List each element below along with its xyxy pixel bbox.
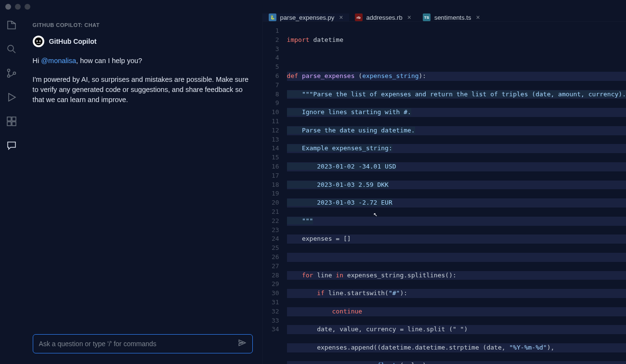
svg-point-10 [39,40,40,42]
line-number: 1 [263,26,279,36]
window-minimize-button[interactable] [15,4,21,10]
python-file-icon: 🐍 [269,13,276,21]
line-number: 24 [263,234,279,244]
line-number: 12 [263,126,279,135]
run-debug-icon[interactable] [6,91,17,103]
ruby-file-icon: rb [355,13,363,21]
svg-point-0 [8,45,13,51]
copilot-header: GitHub Copilot [33,36,253,47]
line-number: 6 [263,72,279,81]
line-number: 15 [263,153,279,162]
code-content[interactable]: import datetime def parse_expenses (expe… [287,26,626,364]
send-button[interactable] [238,338,247,349]
line-number: 18 [263,181,279,190]
chat-scroll: GitHub Copilot Hi @monalisa, how can I h… [23,34,262,328]
svg-rect-7 [12,122,16,126]
copilot-avatar-icon [33,36,44,47]
line-number: 32 [263,307,279,316]
line-number: 33 [263,316,279,325]
close-icon[interactable]: × [339,13,343,21]
line-number: 9 [263,99,279,108]
chat-icon[interactable] [6,140,17,151]
close-icon[interactable]: × [407,13,411,21]
svg-point-2 [7,75,10,78]
tab-parse-expenses[interactable]: 🐍 parse_expenses.py × [263,13,349,21]
titlebar [0,0,626,13]
window-zoom-button[interactable] [25,4,30,10]
source-control-icon[interactable] [6,67,17,79]
chat-input[interactable] [33,334,253,353]
line-number: 19 [263,189,279,198]
line-number: 26 [263,253,279,262]
line-number: 8 [263,90,279,99]
code-editor[interactable]: 1234567891011121314151617181920212223242… [263,22,626,364]
chat-disclaimer: I'm powered by AI, so surprises and mist… [33,75,253,105]
svg-rect-4 [7,117,11,121]
line-number: 23 [263,226,279,235]
copilot-name: GitHub Copilot [49,38,97,45]
tab-label: sentiments.ts [434,14,471,21]
svg-rect-5 [12,117,16,121]
line-number: 5 [263,63,279,72]
tab-sentiments[interactable]: TS sentiments.ts × [417,13,486,21]
line-number: 22 [263,217,279,226]
svg-rect-6 [7,122,11,126]
line-number: 30 [263,289,279,298]
line-number: 11 [263,117,279,126]
chat-input-field[interactable] [39,340,233,348]
line-gutter: 1234567891011121314151617181920212223242… [263,26,287,364]
extensions-icon[interactable] [6,116,17,127]
line-number: 31 [263,298,279,307]
chat-greeting: Hi @monalisa, how can I help you? [33,56,253,66]
line-number: 21 [263,208,279,217]
sidebar-title: GITHUB COPILOT: CHAT [23,13,262,34]
line-number: 14 [263,144,279,153]
editor-area: 🐍 parse_expenses.py × rb addresses.rb × … [263,13,626,364]
greeting-mention: @monalisa [41,57,76,65]
search-icon[interactable] [6,43,17,55]
line-number: 27 [263,262,279,271]
greeting-suffix: , how can I help you? [76,57,142,65]
line-number: 29 [263,280,279,289]
greeting-prefix: Hi [33,57,41,65]
line-number: 20 [263,198,279,208]
tab-addresses[interactable]: rb addresses.rb × [349,13,417,21]
line-number: 10 [263,108,279,117]
line-number: 16 [263,162,279,171]
window-close-button[interactable] [5,4,11,10]
line-number: 28 [263,271,279,280]
line-number: 7 [263,81,279,90]
activity-bar [0,13,23,364]
tab-bar: 🐍 parse_expenses.py × rb addresses.rb × … [263,13,626,22]
line-number: 17 [263,171,279,181]
line-number: 3 [263,45,279,54]
typescript-file-icon: TS [423,13,430,21]
tab-label: parse_expenses.py [280,14,335,21]
line-number: 34 [263,325,279,334]
svg-point-1 [7,69,10,72]
svg-point-8 [34,38,42,46]
svg-point-9 [36,40,38,42]
files-icon[interactable] [6,19,17,31]
line-number: 25 [263,244,279,253]
line-number: 2 [263,36,279,45]
tab-label: addresses.rb [366,14,403,21]
line-number: 13 [263,135,279,144]
line-number: 4 [263,53,279,63]
chat-sidebar: GITHUB COPILOT: CHAT GitHub Copilot Hi @… [23,13,263,364]
close-icon[interactable]: × [476,13,480,21]
